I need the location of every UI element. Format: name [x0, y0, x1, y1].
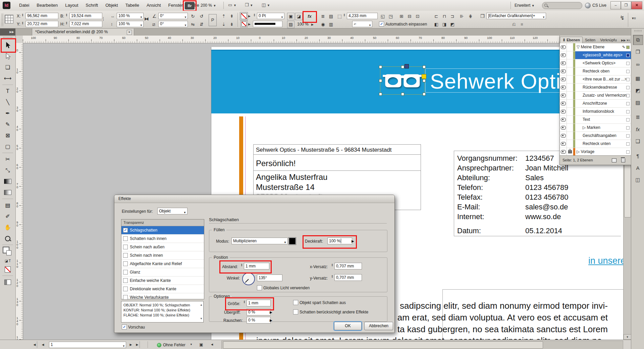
shadow-color-swatch[interactable]: [288, 237, 296, 245]
selection-proxy-square[interactable]: [626, 118, 630, 121]
selection-proxy-square[interactable]: [626, 150, 630, 154]
layer-name[interactable]: <Ihre neue B...eit zur ...>: [575, 76, 631, 83]
lock-toggle[interactable]: [567, 116, 573, 123]
preflight-status[interactable]: Ohne Fehler: [163, 343, 185, 347]
search-input[interactable]: [542, 2, 582, 9]
layer-name[interactable]: <Sehwerk Optics>: [575, 59, 631, 67]
cs-live-label[interactable]: CS Live: [592, 3, 606, 8]
glasses-selection-frame[interactable]: [380, 66, 425, 95]
selection-handle[interactable]: [423, 79, 426, 82]
selection-proxy-square[interactable]: [626, 86, 630, 89]
horizontal-scroll-thumb[interactable]: [223, 341, 543, 349]
preview-mode-button[interactable]: [0, 277, 15, 288]
scale-x-field[interactable]: 100 %▼: [117, 13, 144, 19]
visibility-toggle[interactable]: [560, 92, 567, 99]
y-position-field[interactable]: 20,722 mm: [25, 21, 58, 27]
selection-proxy-square[interactable]: [626, 46, 630, 49]
corner-edit-badge[interactable]: [422, 74, 426, 79]
layer-name[interactable]: ▽ Meine Ebene ✎: [575, 43, 631, 51]
free-transform-tool[interactable]: ⤡: [0, 165, 15, 176]
global-light-checkbox[interactable]: [257, 285, 262, 290]
layer-row[interactable]: Anschriftzone: [560, 100, 631, 108]
selection-handle[interactable]: [423, 65, 426, 68]
note-tool[interactable]: ▤: [0, 200, 15, 211]
lock-toggle[interactable]: [567, 92, 573, 99]
glasses-image[interactable]: [382, 69, 422, 91]
visibility-toggle[interactable]: [560, 140, 567, 148]
selection-proxy-square[interactable]: [626, 78, 630, 81]
dock-grip[interactable]: [634, 30, 642, 32]
lock-toggle[interactable]: [567, 67, 573, 75]
lock-toggle[interactable]: [567, 132, 573, 140]
center-content-button[interactable]: ⊡: [414, 13, 421, 20]
document-tab[interactable]: *Geschaeftsbrief erstellen.indd @ 200 % …: [32, 28, 134, 36]
stroke-weight-nudge[interactable]: ▲▼: [253, 12, 256, 20]
gap-tool[interactable]: ⟷: [0, 73, 15, 84]
selection-proxy-square[interactable]: [626, 94, 630, 97]
angle-field[interactable]: 135°: [257, 275, 282, 281]
layer-row[interactable]: ▷ Marken: [560, 124, 631, 132]
fill-stroke-swatches[interactable]: [0, 246, 15, 258]
wrap-object-shape-button[interactable]: ◉: [319, 21, 327, 28]
align-center-button[interactable]: ⊓: [441, 13, 448, 20]
fit-frame-button[interactable]: ◳: [387, 13, 394, 20]
distance-field[interactable]: 1 mm: [244, 263, 269, 269]
menu-tabelle[interactable]: Tabelle: [122, 0, 143, 11]
type-tool[interactable]: T: [0, 86, 15, 97]
visibility-toggle[interactable]: [560, 108, 567, 115]
layer-name[interactable]: Rechteck unten: [575, 140, 631, 148]
layer-row[interactable]: Rücksendeadresse: [560, 84, 631, 92]
horizontal-scrollbar[interactable]: [221, 341, 623, 349]
popup-arrow-icon[interactable]: ▶: [270, 310, 272, 314]
color-panel-icon[interactable]: ◩: [633, 86, 643, 96]
y-nudge[interactable]: ▲▼: [21, 20, 24, 28]
tab-ebenen[interactable]: ⇕ Ebenen: [560, 37, 583, 43]
autofit-checkbox[interactable]: ✓: [379, 21, 384, 27]
effect-row-schein-nach-au-en[interactable]: Schein nach außen: [121, 243, 204, 251]
restore-button[interactable]: ❐: [621, 1, 631, 9]
y-offset-nudge[interactable]: ▲▼: [331, 274, 334, 281]
selection-handle[interactable]: [379, 93, 382, 96]
gradient-feather-tool[interactable]: [0, 187, 15, 198]
wrap-jump-button[interactable]: ▥: [327, 21, 335, 28]
effect-row-einfache-weiche-kante[interactable]: Einfache weiche Kante: [121, 277, 204, 285]
menu-bearbeiten[interactable]: Bearbeiten: [33, 0, 61, 11]
menu-layout[interactable]: Layout: [61, 0, 82, 11]
effect-checkbox[interactable]: [123, 253, 128, 258]
layer-name[interactable]: <glasses9_white.eps>: [575, 51, 631, 59]
height-nudge[interactable]: ▲▼: [65, 20, 68, 28]
layer-name[interactable]: Zusatz- und Vermerkzone: [575, 92, 631, 99]
selection-handle[interactable]: [423, 93, 426, 96]
layer-row[interactable]: <glasses9_white.eps>: [560, 51, 631, 59]
layer-row[interactable]: <Sehwerk Optics>: [560, 59, 631, 67]
width-nudge[interactable]: ▲▼: [65, 12, 68, 20]
constrain-proportions-icon[interactable]: ⁞: [103, 16, 104, 22]
distribute-center-button[interactable]: ⋕: [467, 13, 474, 20]
effect-row-schatten-nach-innen[interactable]: Schatten nach innen: [121, 235, 204, 243]
selection-proxy-square[interactable]: [626, 70, 630, 73]
opacity-value[interactable]: 100 %: [297, 22, 309, 27]
rotate-cw-button[interactable]: ↻: [189, 13, 197, 20]
gradient-tool[interactable]: [0, 176, 15, 187]
last-page-button[interactable]: ▶: [135, 341, 140, 348]
fill-box-icon[interactable]: [6, 250, 11, 255]
selection-handle[interactable]: [379, 79, 382, 82]
popup-arrow-icon[interactable]: ▶: [352, 239, 354, 243]
preflight-menu-icon[interactable]: ▼: [188, 341, 195, 348]
selection-proxy-square[interactable]: [626, 54, 630, 57]
layer-row[interactable]: Zusatz- und Vermerkzone: [560, 92, 631, 100]
scale-y-field[interactable]: 100 %▼: [117, 21, 144, 27]
close-tab-icon[interactable]: ✕: [127, 30, 132, 35]
layer-name[interactable]: ▷ Vorlage: [575, 148, 631, 155]
horizontal-ruler[interactable]: 1009080706050403020100102030405060708090…: [23, 36, 623, 43]
measure-tool[interactable]: ✐: [0, 211, 15, 222]
hand-tool[interactable]: ✋: [0, 222, 15, 233]
layer-row[interactable]: ▷ Vorlage: [560, 148, 631, 155]
layer-name[interactable]: Geschäftsangaben: [575, 132, 631, 140]
rectangle-tool[interactable]: ▢: [0, 141, 15, 152]
layer-name[interactable]: Informationsblock: [575, 108, 631, 115]
lock-toggle[interactable]: [567, 124, 573, 132]
collapse-icon[interactable]: ◀: [209, 341, 215, 348]
drop-shadow-button[interactable]: ◪: [295, 13, 303, 20]
zoom-tool[interactable]: [0, 233, 15, 244]
